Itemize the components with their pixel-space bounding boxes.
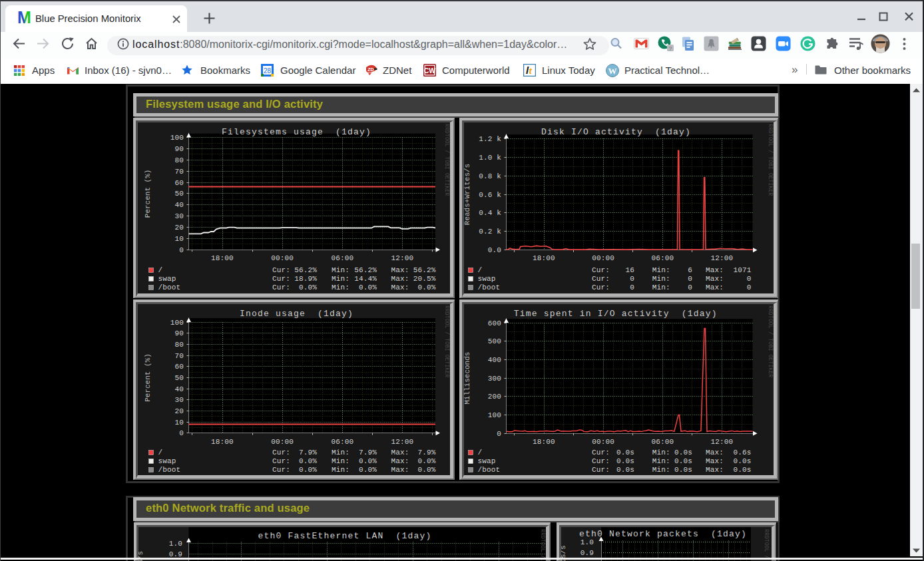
svg-text:0.0s: 0.0s	[674, 466, 692, 474]
svg-text:Max:: Max:	[391, 457, 409, 465]
svg-text:0.0%: 0.0%	[417, 457, 435, 465]
svg-text:0.0%: 0.0%	[299, 466, 317, 474]
svg-text:18.9%: 18.9%	[294, 275, 317, 283]
svg-text:0.0%: 0.0%	[299, 283, 317, 291]
svg-text:10: 10	[174, 419, 184, 427]
svg-text:/: /	[158, 266, 163, 274]
svg-text:Milliseconds: Milliseconds	[464, 352, 471, 405]
svg-text:12:00: 12:00	[391, 438, 414, 446]
svg-text:Cur:: Cur:	[592, 266, 610, 274]
svg-text:0.0%: 0.0%	[417, 466, 435, 474]
svg-text:0.4 k: 0.4 k	[479, 209, 501, 217]
svg-text:Min:: Min:	[332, 275, 349, 283]
svg-text:80: 80	[174, 156, 184, 164]
svg-text:7.9%: 7.9%	[417, 449, 435, 457]
svg-text:Max:: Max:	[391, 283, 409, 291]
svg-text:0.9: 0.9	[580, 549, 594, 557]
svg-text:Max:: Max:	[706, 449, 724, 457]
svg-text:100: 100	[488, 411, 501, 419]
svg-text:20: 20	[174, 224, 184, 232]
svg-text:80: 80	[174, 341, 184, 349]
svg-text:60: 60	[174, 179, 184, 187]
svg-text:06:00: 06:00	[332, 438, 354, 446]
svg-text:/: /	[478, 266, 483, 274]
svg-text:swap: swap	[478, 275, 496, 283]
svg-text:0.0%: 0.0%	[359, 283, 377, 291]
svg-text:swap: swap	[478, 457, 496, 465]
svg-text:1071: 1071	[733, 266, 751, 274]
svg-text:0: 0	[179, 246, 184, 254]
svg-text:00:00: 00:00	[271, 438, 294, 446]
svg-text:100: 100	[170, 134, 184, 142]
svg-text:Cur:: Cur:	[272, 266, 290, 274]
svg-text:Cur:: Cur:	[272, 457, 290, 465]
svg-text:Max:: Max:	[391, 449, 409, 457]
svg-text:RRDTOOL / TOBI OETIKER: RRDTOOL / TOBI OETIKER	[768, 124, 774, 196]
svg-text:Min:: Min:	[652, 283, 670, 291]
svg-text:0.6 k: 0.6 k	[479, 191, 501, 199]
svg-text:0.0s: 0.0s	[733, 457, 751, 465]
svg-text:Max:: Max:	[706, 457, 724, 465]
svg-text:Cur:: Cur:	[272, 466, 290, 474]
svg-text:40: 40	[174, 385, 184, 393]
svg-text:RRDTOOL / TOBI OETIKER: RRDTOOL / TOBI OETIKER	[768, 305, 774, 377]
svg-text:18:00: 18:00	[533, 438, 555, 446]
svg-text:00:00: 00:00	[271, 254, 294, 262]
svg-text:70: 70	[174, 168, 184, 176]
svg-text:Cur:: Cur:	[592, 275, 610, 283]
svg-text:12:00: 12:00	[391, 254, 414, 262]
svg-text:Min:: Min:	[332, 283, 349, 291]
svg-text:10: 10	[174, 235, 184, 243]
svg-text:Cur:: Cur:	[592, 283, 610, 291]
svg-text:Reads+Writes/s: Reads+Writes/s	[464, 164, 471, 225]
svg-text:RRDTOOL / TOBI OETIKER: RRDTOOL / TOBI OETIKER	[444, 305, 450, 377]
svg-text:0: 0	[688, 275, 692, 283]
svg-text:0.0s: 0.0s	[674, 457, 692, 465]
svg-text:0.0s: 0.0s	[616, 466, 634, 474]
svg-text:Min:: Min:	[332, 457, 349, 465]
svg-text:06:00: 06:00	[651, 438, 674, 446]
svg-text:Percent (%): Percent (%)	[144, 170, 152, 218]
svg-text:12:00: 12:00	[711, 254, 734, 262]
svg-text:Min:: Min:	[652, 457, 670, 465]
svg-text:0: 0	[688, 283, 692, 291]
svg-text:56.2%: 56.2%	[413, 266, 436, 274]
svg-text:30: 30	[174, 396, 184, 404]
svg-text:0.0%: 0.0%	[359, 457, 377, 465]
svg-text:18:00: 18:00	[533, 254, 555, 262]
svg-text:/boot: /boot	[158, 283, 181, 291]
svg-text:18:00: 18:00	[211, 438, 234, 446]
svg-text:50: 50	[174, 190, 184, 198]
svg-text:0.0s: 0.0s	[616, 449, 634, 457]
svg-text:0.0s: 0.0s	[733, 466, 751, 474]
svg-text:eth0 Network packets (1day): eth0 Network packets (1day)	[579, 529, 747, 539]
svg-text:0.2 k: 0.2 k	[479, 228, 501, 236]
svg-text:20.5%: 20.5%	[413, 275, 436, 283]
svg-text:1.0: 1.0	[580, 538, 594, 546]
svg-text:/boot: /boot	[478, 466, 501, 474]
svg-text:Max:: Max:	[706, 266, 724, 274]
svg-text:90: 90	[174, 145, 184, 153]
svg-text:56.2%: 56.2%	[294, 266, 317, 274]
svg-text:Time spent in I/O activity (1: Time spent in I/O activity (1day)	[514, 309, 718, 319]
svg-text:CW: CW	[424, 67, 436, 75]
svg-text:Cur:: Cur:	[272, 283, 290, 291]
svg-text:50: 50	[174, 374, 184, 382]
svg-text:60: 60	[174, 363, 184, 371]
svg-text:600: 600	[488, 319, 501, 327]
svg-text:30: 30	[174, 212, 184, 220]
svg-text:0.0: 0.0	[488, 246, 501, 254]
svg-text:Cur:: Cur:	[272, 449, 290, 457]
svg-text:12:00: 12:00	[711, 438, 734, 446]
svg-text:500: 500	[488, 337, 501, 345]
svg-text:RRDTOOL / TOBI OETIKER: RRDTOOL / TOBI OETIKER	[540, 529, 546, 561]
svg-text:t: t	[529, 66, 533, 76]
svg-text:0: 0	[497, 430, 501, 438]
svg-text:0: 0	[747, 283, 752, 291]
svg-text:40: 40	[174, 201, 184, 209]
svg-text:200: 200	[488, 393, 501, 401]
svg-text:28: 28	[264, 67, 272, 75]
svg-text:ZD: ZD	[367, 67, 373, 72]
svg-text:Max:: Max:	[391, 266, 409, 274]
svg-text:0.0%: 0.0%	[299, 457, 317, 465]
